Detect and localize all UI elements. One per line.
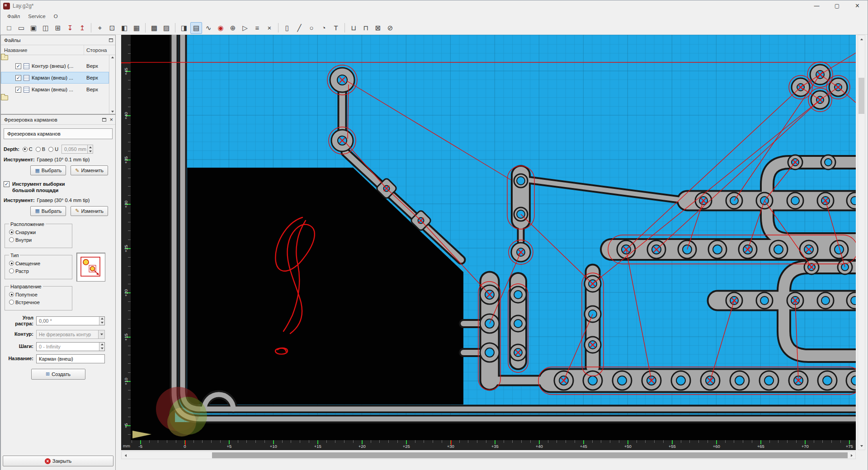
type-raster-radio[interactable]: Растр: [9, 268, 68, 274]
ruler-label: +30: [123, 199, 128, 209]
column-name[interactable]: Название: [1, 45, 84, 55]
pcb-viewport[interactable]: [131, 35, 856, 440]
location-outside-radio[interactable]: Снаружи: [9, 230, 68, 235]
location-group: Расположение Снаружи Внутри: [5, 221, 72, 248]
operations-list-button[interactable]: ≡: [251, 22, 263, 34]
measure-tool-button[interactable]: ⌖: [94, 22, 106, 34]
large-area-tool-label: Инструмент выборки большой площади: [12, 181, 87, 194]
steps-input[interactable]: 0 - Infinity: [36, 342, 105, 351]
scroll-left-icon[interactable]: [122, 452, 129, 459]
tree-row-label: Карман (внеш) ...: [32, 75, 73, 80]
type-offset-radio[interactable]: Смещение: [9, 261, 68, 266]
vertical-scrollbar[interactable]: [858, 35, 865, 450]
zoom-region-button[interactable]: ◧: [118, 22, 130, 34]
tree-row[interactable]: Графика: [1, 95, 8, 100]
direction-group-title: Направление: [9, 284, 43, 289]
close-operation-button[interactable]: × Закрыть: [3, 456, 113, 466]
export-button[interactable]: ↥: [76, 22, 88, 34]
depth-b-radio[interactable]: B: [36, 146, 45, 152]
tree-row[interactable]: ✓Карман (внеш) ...Верх: [1, 84, 109, 95]
large-area-tool-checkbox[interactable]: ✓: [4, 181, 9, 187]
tool2-select-button[interactable]: ▦Выбрать: [30, 206, 66, 216]
direction-climb-radio[interactable]: Попутное: [9, 292, 68, 297]
ruler-label: +60: [713, 444, 720, 449]
ruler-label: +20: [359, 444, 366, 449]
float-panel-icon[interactable]: [102, 118, 106, 122]
drill-tool-button[interactable]: ◉: [215, 22, 226, 34]
minimize-button[interactable]: —: [807, 0, 827, 11]
tree-row-side: Верх: [84, 75, 109, 80]
menu-o[interactable]: O: [50, 13, 62, 20]
layer-checkbox[interactable]: ✓: [15, 63, 21, 69]
snap-grid-button[interactable]: ▩: [148, 22, 160, 34]
contour-view-button[interactable]: ▤: [190, 22, 202, 34]
union-tool-icon: ⊔: [351, 24, 356, 32]
delete-tool-button[interactable]: ×: [264, 22, 275, 34]
column-side[interactable]: Сторона: [84, 45, 109, 55]
scroll-down-icon[interactable]: [111, 111, 114, 113]
tree-row[interactable]: ✓Карман (внеш) ...Верх: [1, 72, 109, 84]
scroll-right-icon[interactable]: [848, 452, 855, 459]
import-button[interactable]: ↧: [64, 22, 76, 34]
save-file-button[interactable]: ▣: [28, 22, 39, 34]
tool2-change-button[interactable]: ✎Изменить: [71, 206, 108, 216]
layer-checkbox[interactable]: ✓: [15, 75, 21, 81]
transform-matrix-button[interactable]: ▦: [131, 22, 142, 34]
depth-value-input[interactable]: 0,050 mm: [61, 145, 93, 154]
union-tool-button[interactable]: ⊔: [348, 22, 359, 34]
toolbar-separator: [278, 23, 278, 33]
raster-angle-input[interactable]: 0,00 °: [36, 316, 105, 325]
layer-checkbox[interactable]: ✓: [15, 87, 21, 93]
save-all-button[interactable]: ◫: [40, 22, 52, 34]
menu-file[interactable]: Файл: [3, 13, 24, 20]
depth-c-radio[interactable]: C: [23, 146, 33, 152]
mesh-view-button[interactable]: ▨: [160, 22, 172, 34]
horizontal-scrollbar[interactable]: [121, 451, 856, 459]
tool1-change-button[interactable]: ✎Изменить: [71, 165, 108, 175]
expander-icon[interactable]: [5, 55, 5, 59]
toolbar-separator: [175, 23, 175, 33]
name-input[interactable]: Карман (внеш): [36, 354, 105, 363]
new-file-button[interactable]: □: [3, 22, 15, 34]
lock-tool-button[interactable]: ⊘: [384, 22, 396, 34]
dropdown-arrow-icon[interactable]: [98, 330, 104, 338]
files-scrollbar[interactable]: [109, 55, 115, 114]
scroll-down-icon[interactable]: [858, 442, 865, 450]
close-button[interactable]: ×: [847, 0, 868, 11]
ellipse-tool-icon: ○: [309, 24, 313, 32]
center-tool-button[interactable]: ⊕: [227, 22, 239, 34]
tree-row[interactable]: ✓Контур (внеш) (...Верх: [1, 60, 109, 72]
rect-tool-button[interactable]: ▯: [281, 22, 293, 34]
contour-dropdown[interactable]: Не фрезеровать контур: [36, 330, 105, 339]
maximize-button[interactable]: ▢: [827, 0, 847, 11]
arc-tool-button[interactable]: ◔: [318, 22, 330, 34]
subtract-tool-button[interactable]: ⊓: [360, 22, 372, 34]
files-column-headers: Название Сторона: [1, 45, 115, 55]
line-tool-button[interactable]: ╱: [293, 22, 305, 34]
intersect-tool-button[interactable]: ⊠: [372, 22, 384, 34]
direction-conventional-radio[interactable]: Встречное: [9, 300, 68, 305]
close-panel-icon[interactable]: ×: [109, 117, 113, 122]
pcb-canvas[interactable]: [131, 35, 856, 440]
run-job-button[interactable]: ▷: [239, 22, 251, 34]
depth-u-radio[interactable]: U: [48, 146, 58, 152]
horizontal-scroll-thumb[interactable]: [212, 452, 848, 458]
ruler-label: +50: [624, 444, 632, 449]
frame-select-button[interactable]: ⊡: [106, 22, 118, 34]
ellipse-tool-button[interactable]: ○: [306, 22, 317, 34]
vertical-scroll-thumb[interactable]: [859, 78, 864, 114]
tree-row[interactable]: УП: [1, 55, 8, 60]
open-file-button[interactable]: ▭: [15, 22, 27, 34]
float-panel-icon[interactable]: [109, 38, 113, 42]
tool1-select-button[interactable]: ▦Выбрать: [30, 165, 66, 175]
scroll-up-icon[interactable]: [858, 35, 865, 43]
layers-view-button[interactable]: ◨: [178, 22, 190, 34]
location-inside-radio[interactable]: Внутри: [9, 237, 68, 243]
ruler-label: +25: [123, 244, 128, 253]
spline-tool-button[interactable]: ∿: [203, 22, 214, 34]
scroll-up-icon[interactable]: [111, 56, 114, 58]
menu-service[interactable]: Service: [24, 13, 49, 20]
print-button[interactable]: ⊞: [52, 22, 64, 34]
create-button[interactable]: ⊞Создать: [31, 369, 85, 380]
text-tool-button[interactable]: T: [330, 22, 342, 34]
